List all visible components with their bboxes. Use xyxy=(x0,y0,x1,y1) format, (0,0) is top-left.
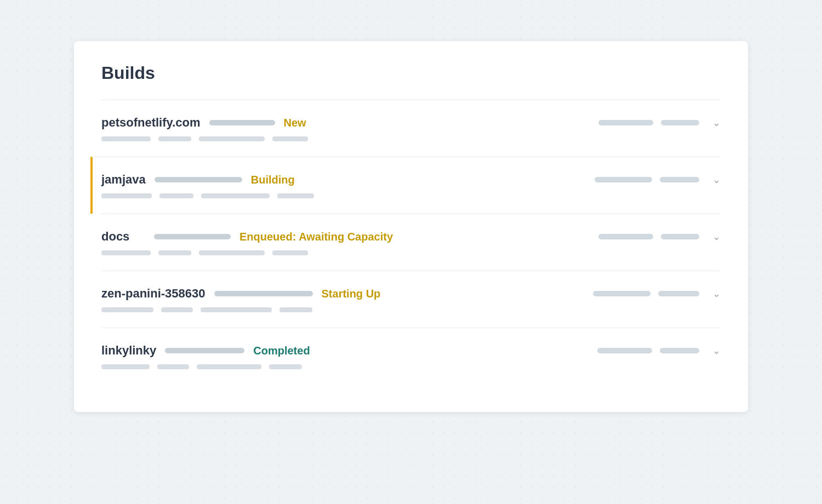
build-row-bottom xyxy=(101,307,721,312)
detail-bar-3 xyxy=(269,364,302,369)
build-row-bottom xyxy=(101,136,721,141)
build-item-build-4: zen-panini-358630Starting Up⌄ xyxy=(101,271,721,328)
detail-bar-0 xyxy=(101,136,151,141)
meta-bar-2 xyxy=(660,348,699,353)
meta-bar-2 xyxy=(660,177,699,182)
build-row-left: docsEnqueued: Awaiting Capacity xyxy=(101,230,598,244)
build-hash-bar xyxy=(165,348,244,353)
build-name: docs xyxy=(101,230,145,244)
build-hash-bar xyxy=(155,177,242,182)
build-name: zen-panini-358630 xyxy=(101,287,206,301)
build-item-build-5: linkylinkyCompleted⌄ xyxy=(101,328,721,385)
build-status-badge: Enqueued: Awaiting Capacity xyxy=(239,231,393,243)
build-row-right: ⌄ xyxy=(593,288,721,300)
detail-bar-0 xyxy=(101,193,152,198)
build-item-build-2: jamjavaBuilding⌄ xyxy=(90,157,721,214)
build-row-left: petsofnetlify.comNew xyxy=(101,116,598,130)
detail-bar-1 xyxy=(158,136,191,141)
meta-bar-1 xyxy=(593,291,650,296)
meta-bar-1 xyxy=(597,348,652,353)
chevron-down-icon[interactable]: ⌄ xyxy=(712,117,721,129)
detail-bar-1 xyxy=(161,307,193,312)
chevron-down-icon[interactable]: ⌄ xyxy=(712,288,721,300)
build-status-badge: Starting Up xyxy=(322,288,381,300)
build-name: linkylinky xyxy=(101,343,156,358)
meta-bar-1 xyxy=(598,234,653,239)
detail-bar-1 xyxy=(158,250,191,255)
build-row-bottom xyxy=(101,250,721,255)
meta-bar-2 xyxy=(661,234,699,239)
build-row-right: ⌄ xyxy=(598,117,721,129)
build-status-badge: Completed xyxy=(253,345,310,357)
detail-bar-2 xyxy=(199,136,265,141)
build-row-left: jamjavaBuilding xyxy=(101,173,595,187)
detail-bar-1 xyxy=(157,364,189,369)
build-row-bottom xyxy=(101,364,721,369)
meta-bar-1 xyxy=(595,177,652,182)
build-row-right: ⌄ xyxy=(595,174,721,186)
build-status-badge: New xyxy=(284,117,306,129)
meta-bar-1 xyxy=(598,120,653,125)
build-row-top: linkylinkyCompleted⌄ xyxy=(101,343,721,358)
detail-bar-2 xyxy=(197,364,261,369)
detail-bar-3 xyxy=(272,250,308,255)
detail-bar-2 xyxy=(199,250,265,255)
build-row-bottom xyxy=(101,193,721,198)
chevron-down-icon[interactable]: ⌄ xyxy=(712,231,721,243)
detail-bar-3 xyxy=(277,193,314,198)
build-status-badge: Building xyxy=(251,174,295,186)
build-row-left: linkylinkyCompleted xyxy=(101,343,597,358)
meta-bar-2 xyxy=(661,120,699,125)
detail-bar-3 xyxy=(272,136,308,141)
build-row-top: petsofnetlify.comNew⌄ xyxy=(101,116,721,130)
build-row-right: ⌄ xyxy=(598,231,721,243)
build-item-build-1: petsofnetlify.comNew⌄ xyxy=(101,100,721,157)
detail-bar-0 xyxy=(101,307,153,312)
build-row-left: zen-panini-358630Starting Up xyxy=(101,287,593,301)
meta-bar-2 xyxy=(658,291,699,296)
build-hash-bar xyxy=(154,234,231,239)
detail-bar-3 xyxy=(279,307,312,312)
builds-container: Builds petsofnetlify.comNew⌄jamjavaBuild… xyxy=(74,41,748,412)
build-row-top: zen-panini-358630Starting Up⌄ xyxy=(101,287,721,301)
build-row-right: ⌄ xyxy=(597,345,721,357)
page-title: Builds xyxy=(101,63,721,83)
chevron-down-icon[interactable]: ⌄ xyxy=(712,345,721,357)
detail-bar-0 xyxy=(101,250,151,255)
detail-bar-1 xyxy=(159,193,193,198)
detail-bar-2 xyxy=(201,193,270,198)
chevron-down-icon[interactable]: ⌄ xyxy=(712,174,721,186)
detail-bar-2 xyxy=(201,307,272,312)
build-hash-bar xyxy=(209,120,275,125)
build-name: petsofnetlify.com xyxy=(101,116,201,130)
builds-list: petsofnetlify.comNew⌄jamjavaBuilding⌄doc… xyxy=(101,100,721,385)
detail-bar-0 xyxy=(101,364,150,369)
build-item-build-3: docsEnqueued: Awaiting Capacity⌄ xyxy=(101,214,721,271)
build-hash-bar xyxy=(214,291,313,296)
build-row-top: docsEnqueued: Awaiting Capacity⌄ xyxy=(101,230,721,244)
build-row-top: jamjavaBuilding⌄ xyxy=(101,173,721,187)
build-name: jamjava xyxy=(101,173,146,187)
